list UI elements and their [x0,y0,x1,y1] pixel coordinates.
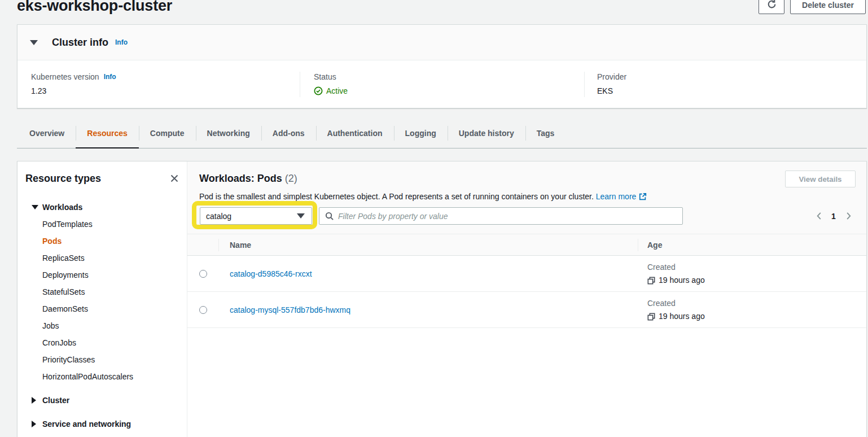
chevron-left-icon [815,212,823,220]
learn-more-link[interactable]: Learn more [596,192,647,201]
view-details-button[interactable]: View details [785,171,856,187]
current-page-number[interactable]: 1 [826,212,841,221]
column-header-name[interactable]: Name [230,234,251,255]
tree-group-workloads[interactable]: Workloads [17,199,187,216]
next-page-button[interactable] [841,209,856,224]
pods-panel-header: Workloads: Pods (2) View details Pod is … [187,161,866,234]
select-caret-icon [297,213,305,218]
provider-label: Provider [597,72,853,82]
resource-types-title: Resource types [25,172,101,185]
provider-field: Provider EKS [584,72,866,97]
caret-right-icon [32,397,40,404]
external-link-icon [639,193,647,200]
tree-group-service-and-networking[interactable]: Service and networking [17,416,187,432]
cluster-info-info-link[interactable]: Info [115,38,128,46]
resource-types-tree: Workloads PodTemplates Pods ReplicaSets … [17,199,187,432]
delete-cluster-button[interactable]: Delete cluster [790,0,866,14]
tab-compute[interactable]: Compute [139,118,196,148]
cluster-tabs: Overview Resources Compute Networking Ad… [17,118,867,148]
table-row: catalog-mysql-557fdb7bd6-hwxmq Created 1… [187,292,866,328]
pod-age-cell: Created 19 hours ago [647,297,705,323]
tree-item-jobs[interactable]: Jobs [17,317,187,334]
copy-icon [647,277,655,285]
tree-item-horizontalpodautoscalers[interactable]: HorizontalPodAutoscalers [17,368,187,385]
provider-value: EKS [597,86,853,96]
tab-overview[interactable]: Overview [18,118,76,148]
kubernetes-version-field: Kubernetes version Info 1.23 [17,72,300,97]
cluster-info-section: Cluster info Info Kubernetes version Inf… [17,24,867,108]
tree-group-cluster[interactable]: Cluster [17,392,187,409]
tree-item-deployments[interactable]: Deployments [17,266,187,283]
tree-item-priorityclasses[interactable]: PriorityClasses [17,351,187,368]
pod-name-cell: catalog-mysql-557fdb7bd6-hwxmq [230,292,350,327]
tree-item-replicasets[interactable]: ReplicaSets [17,250,187,266]
tab-add-ons[interactable]: Add-ons [261,118,316,148]
age-created-label: Created [647,261,705,274]
refresh-icon [767,0,777,11]
pods-counter: (2) [285,173,297,184]
pods-table-header: Name Age [187,234,866,256]
kubernetes-version-info-link[interactable]: Info [104,72,116,82]
table-row: catalog-d5985c46-rxcxt Created 19 hours … [187,256,866,292]
pod-age-cell: Created 19 hours ago [647,261,705,287]
row-radio-button[interactable] [199,270,207,278]
tab-networking[interactable]: Networking [196,118,261,148]
tree-item-daemonsets[interactable]: DaemonSets [17,300,187,317]
caret-right-icon [32,421,40,427]
age-value-text: 19 hours ago [659,310,705,323]
tab-resources[interactable]: Resources [76,118,139,148]
copy-icon [647,313,655,321]
pods-description: Pod is the smallest and simplest Kuberne… [199,192,647,201]
resource-filter-select[interactable]: catalog [200,207,312,225]
age-created-label: Created [647,297,705,310]
pods-filter-input[interactable] [338,212,677,221]
pods-filter-input-wrap [319,207,683,225]
tree-item-cronjobs[interactable]: CronJobs [17,334,187,351]
resources-section: Resource types Workloads PodTemplates Po… [17,161,867,437]
tree-item-pods[interactable]: Pods [17,233,187,250]
pods-panel-title: Workloads: Pods (2) [199,172,297,185]
row-radio-button[interactable] [199,306,207,314]
status-value: Active [314,86,571,96]
pods-panel: Workloads: Pods (2) View details Pod is … [187,161,866,437]
tree-item-statefulsets[interactable]: StatefulSets [17,283,187,300]
close-icon [170,174,179,183]
chevron-right-icon [844,212,853,220]
cluster-info-title: Cluster info [52,37,108,49]
column-header-age[interactable]: Age [647,234,662,255]
cluster-info-body: Kubernetes version Info 1.23 Status Acti… [17,60,866,108]
tab-update-history[interactable]: Update history [448,118,525,148]
tree-item-podtemplates[interactable]: PodTemplates [17,216,187,233]
search-icon [325,212,334,220]
pagination: 1 [812,207,856,225]
tab-logging[interactable]: Logging [394,118,448,148]
kubernetes-version-label: Kubernetes version Info [31,72,286,82]
refresh-button[interactable] [759,0,784,14]
previous-page-button[interactable] [812,209,826,224]
pod-name-cell: catalog-d5985c46-rxcxt [230,256,312,291]
tab-tags[interactable]: Tags [525,118,566,148]
caret-down-icon [32,205,40,209]
pod-name-link[interactable]: catalog-mysql-557fdb7bd6-hwxmq [230,305,350,314]
close-panel-button[interactable] [169,173,179,183]
kubernetes-version-value: 1.23 [31,86,286,96]
status-check-icon [314,86,323,95]
status-field: Status Active [300,72,584,97]
cluster-info-header[interactable]: Cluster info Info [17,25,866,60]
filter-select-value: catalog [206,212,297,221]
collapse-caret-icon[interactable] [30,40,38,45]
page-title: eks-workshop-cluster [17,0,172,14]
pod-name-link[interactable]: catalog-d5985c46-rxcxt [230,269,312,278]
status-label: Status [314,72,571,82]
age-value-text: 19 hours ago [659,274,705,287]
tab-authentication[interactable]: Authentication [316,118,394,148]
resource-types-panel: Resource types Workloads PodTemplates Po… [17,161,187,437]
